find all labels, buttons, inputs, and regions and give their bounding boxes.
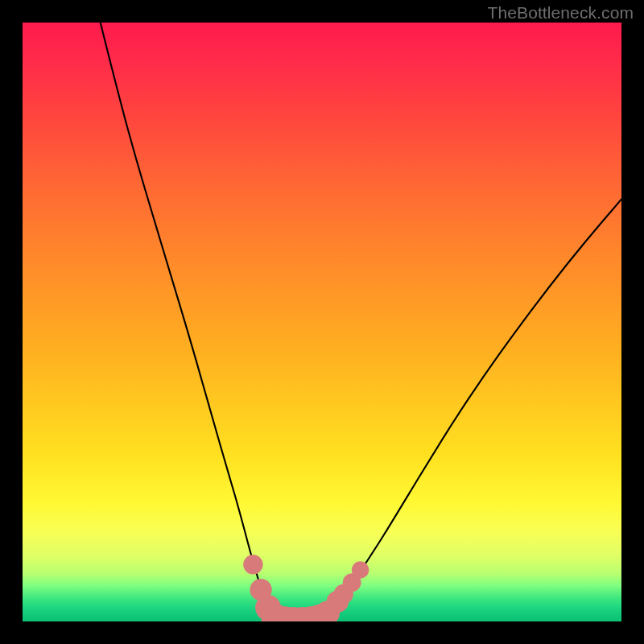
chart-frame: TheBottleneck.com	[0, 0, 644, 644]
plot-area	[23, 23, 621, 621]
floor-marker	[352, 561, 369, 578]
watermark-text: TheBottleneck.com	[488, 3, 634, 23]
floor-marker-group	[243, 555, 369, 621]
floor-marker	[243, 555, 262, 574]
curve-layer	[23, 23, 621, 621]
bottleneck-curve	[101, 23, 621, 621]
